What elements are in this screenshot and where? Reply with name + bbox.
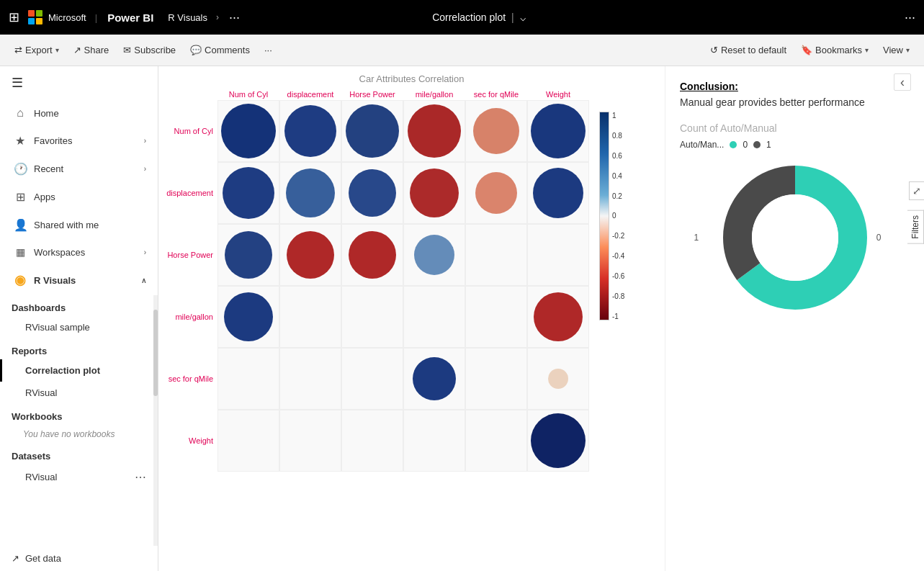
view-button[interactable]: View ▾ — [877, 42, 915, 58]
filters-tab-label: Filters — [910, 215, 920, 239]
topbar-more[interactable]: ··· — [229, 10, 240, 25]
legend-val-1: 1 — [612, 112, 624, 120]
col-header-5: Weight — [527, 90, 589, 99]
sidebar-sub-item-rvisual-dataset[interactable]: RVisual ⋯ — [0, 464, 158, 490]
topbar-separator: | — [95, 12, 97, 23]
cell-5-4 — [465, 410, 527, 472]
cell-3-5 — [534, 292, 583, 341]
sidebar-item-home[interactable]: ⌂ Home — [0, 99, 158, 127]
workbooks-label: Workbooks — [0, 404, 158, 425]
recent-icon: 🕐 — [14, 162, 27, 176]
get-data-button[interactable]: ↗ Get data — [0, 546, 158, 571]
sidebar-sub-item-correlaction-plot[interactable]: Correlaction plot — [0, 359, 158, 382]
subscribe-button[interactable]: ✉ Subscribe — [117, 42, 181, 58]
cell-1-3 — [410, 168, 459, 217]
share-icon: ↗ — [73, 45, 81, 55]
sidebar-item-label: R Visuals — [34, 275, 134, 286]
cell-3-3 — [403, 286, 465, 348]
sidebar-item-favorites[interactable]: ★ Favorites › — [0, 127, 158, 155]
cell-0-4 — [473, 108, 519, 154]
comments-icon: 💬 — [190, 45, 202, 55]
comments-label: Comments — [205, 45, 250, 55]
sidebar-item-workspaces[interactable]: ▦ Workspaces › — [0, 239, 158, 265]
title-dropdown-icon[interactable]: ⌵ — [520, 12, 526, 23]
legend-val-m1: -1 — [612, 313, 624, 320]
row-label-1: displacement — [166, 189, 217, 197]
legend-val-m08: -0.8 — [612, 292, 624, 300]
sidebar-sub-item-rvisual[interactable]: RVisual — [0, 382, 158, 404]
plot-area: Car Attributes Correlation Num of Cyl di… — [158, 66, 665, 571]
report-title-area: Correlaction plot | ⌵ — [432, 12, 526, 23]
cell-4-0 — [217, 348, 279, 410]
cell-1-1 — [286, 168, 335, 217]
cell-3-4 — [465, 286, 527, 348]
favorites-icon: ★ — [14, 134, 27, 148]
cell-1-5 — [533, 168, 583, 218]
cell-0-5 — [531, 104, 586, 158]
expand-button[interactable]: ⤢ — [909, 181, 924, 200]
microsoft-logo: Microsoft — [28, 10, 86, 24]
rvisual-label: RVisual — [25, 387, 57, 398]
home-icon: ⌂ — [14, 107, 27, 120]
dataset-more-icon[interactable]: ⋯ — [135, 470, 146, 484]
correlation-matrix-container: Num of Cyl displacement Horse Power mile… — [166, 90, 658, 472]
donut-svg — [716, 158, 874, 317]
actionbar: ⇄ Export ▾ ↗ Share ✉ Subscribe 💬 Comment… — [0, 35, 924, 66]
export-icon: ⇄ — [14, 45, 22, 55]
count-title: Count of Auto/Manual — [680, 122, 910, 134]
cell-4-1 — [279, 348, 341, 410]
comments-button[interactable]: 💬 Comments — [184, 42, 256, 58]
content-area: Car Attributes Correlation Num of Cyl di… — [158, 66, 924, 571]
cell-5-5 — [531, 413, 586, 468]
reports-label: Reports — [0, 338, 158, 359]
topbar-kebab[interactable]: ··· — [905, 10, 915, 25]
grid-icon[interactable]: ⊞ — [9, 9, 19, 25]
legend-dot-0 — [730, 141, 737, 148]
apps-icon: ⊞ — [14, 190, 27, 204]
sidebar-item-apps[interactable]: ⊞ Apps — [0, 183, 158, 211]
col-header-0: Num of Cyl — [217, 90, 279, 99]
sidebar-toggle[interactable]: ☰ — [0, 66, 158, 99]
right-panel: Conclusion: Manual gear provides better … — [665, 66, 924, 571]
sidebar-sub-item-rvisual-sample[interactable]: RVisual sample — [0, 316, 158, 338]
cell-4-3 — [413, 357, 456, 400]
count-legend-row: Auto/Man... 0 1 — [680, 140, 910, 150]
reset-label: Reset to default — [721, 45, 786, 55]
report-title: Correlaction plot — [432, 12, 506, 23]
legend-val-m06: -0.6 — [612, 272, 624, 280]
sidebar-item-rvisuals[interactable]: ◉ R Visuals ∧ — [0, 265, 158, 295]
bookmark-icon: 🔖 — [801, 45, 812, 55]
legend-val-m04: -0.4 — [612, 252, 624, 260]
workspaces-icon: ▦ — [14, 246, 27, 258]
cell-0-0 — [221, 104, 276, 158]
collapse-panel-button[interactable]: ‹ — [894, 73, 911, 91]
more-icon: ··· — [264, 45, 272, 55]
sidebar-item-label: Home — [34, 108, 146, 119]
share-button[interactable]: ↗ Share — [68, 42, 115, 58]
cell-3-1 — [279, 286, 341, 348]
sidebar-item-shared[interactable]: 👤 Shared with me — [0, 211, 158, 239]
cell-3-2 — [341, 286, 403, 348]
donut-label-right: 0 — [876, 233, 882, 243]
reset-button[interactable]: ↺ Reset to default — [704, 42, 792, 58]
bookmarks-button[interactable]: 🔖 Bookmarks ▾ — [795, 42, 874, 58]
breadcrumb[interactable]: R Visuals — [168, 12, 207, 23]
cell-2-0 — [225, 231, 272, 279]
shared-icon: 👤 — [14, 218, 27, 232]
more-button[interactable]: ··· — [259, 42, 278, 58]
sidebar-item-recent[interactable]: 🕐 Recent › — [0, 155, 158, 183]
conclusion-title: Conclusion: — [680, 81, 910, 92]
legend-bar: 1 0.8 0.6 0.4 0.2 0 -0.2 -0.4 -0.6 -0.8 … — [599, 112, 624, 320]
col-header-1: displacement — [279, 90, 341, 99]
share-label: Share — [84, 45, 109, 55]
donut-label-left: 1 — [694, 233, 699, 243]
rvisual-sample-label: RVisual sample — [25, 322, 90, 333]
export-button[interactable]: ⇄ Export ▾ — [9, 42, 65, 58]
microsoft-label: Microsoft — [48, 12, 86, 23]
sidebar-item-label: Recent — [34, 163, 137, 174]
filters-tab[interactable]: Filters — [907, 210, 924, 244]
matrix-row-1: displacement — [166, 162, 589, 224]
title-separator: | — [511, 12, 514, 23]
view-chevron: ▾ — [906, 46, 910, 54]
chevron-right-icon: › — [144, 248, 146, 256]
